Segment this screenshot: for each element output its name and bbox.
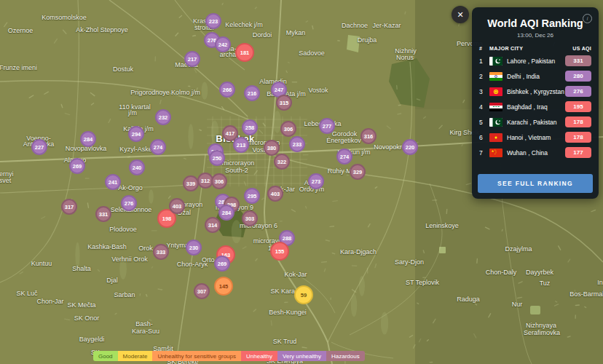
ranking-row[interactable]: 2Delhi , India280 xyxy=(479,68,591,84)
aqi-value-badge: 280 xyxy=(565,71,591,82)
aqi-value-badge: 276 xyxy=(565,86,591,97)
aqi-marker[interactable]: 227 xyxy=(31,139,47,155)
aqi-marker[interactable]: 322 xyxy=(274,154,290,170)
world-aqi-ranking-panel: i World AQI Ranking 13:00, Dec 26 # MAJO… xyxy=(472,7,599,199)
ranking-row[interactable]: 7Wuhan , China177 xyxy=(479,145,591,160)
aqi-marker[interactable]: 155 xyxy=(270,242,289,261)
close-icon: ✕ xyxy=(457,10,463,20)
aqi-marker[interactable]: 232 xyxy=(155,109,171,125)
column-us-aqi: US AQI xyxy=(564,46,591,51)
ranking-row[interactable]: 3Bishkek , Kyrgyzstan276 xyxy=(479,84,591,99)
rank-number: 6 xyxy=(479,134,489,141)
column-rank: # xyxy=(479,46,489,51)
country-flag-icon xyxy=(489,103,502,111)
aqi-marker[interactable]: 306 xyxy=(211,173,227,189)
aqi-marker[interactable]: 294 xyxy=(128,126,144,142)
aqi-value-badge: 177 xyxy=(565,147,591,158)
aqi-marker[interactable]: 306 xyxy=(280,121,296,137)
aqi-marker[interactable]: 331 xyxy=(95,206,111,222)
aqi-marker[interactable]: 380 xyxy=(264,140,280,156)
city-name: Delhi , India xyxy=(507,73,565,80)
panel-title: World AQI Ranking xyxy=(472,7,599,29)
aqi-marker[interactable]: 317 xyxy=(61,199,77,215)
aqi-marker[interactable]: 329 xyxy=(350,164,366,180)
ranking-row[interactable]: 1Lahore , Pakistan331 xyxy=(479,53,591,68)
rank-number: 1 xyxy=(479,58,489,65)
aqi-marker[interactable]: 284 xyxy=(80,131,96,147)
legend-item-good: Good xyxy=(93,351,118,361)
legend-item-mod: Moderate xyxy=(118,351,153,361)
aqi-legend: GoodModerateUnhealthy for sensitive grou… xyxy=(93,351,365,361)
aqi-marker[interactable]: 276 xyxy=(121,195,137,211)
city-name: Bishkek , Kyrgyzstan xyxy=(507,88,565,95)
aqi-marker[interactable]: 266 xyxy=(219,82,235,98)
info-icon[interactable]: i xyxy=(583,14,592,23)
ranking-row[interactable]: 6Hanoi , Vietnam178 xyxy=(479,130,591,145)
country-flag-icon xyxy=(489,57,502,66)
aqi-marker[interactable]: 315 xyxy=(276,95,292,111)
column-major-city: MAJOR CITY xyxy=(489,46,564,51)
close-panel-button[interactable]: ✕ xyxy=(452,6,469,23)
aqi-marker[interactable]: 403 xyxy=(267,186,283,202)
aqi-marker[interactable]: 403 xyxy=(169,198,185,214)
aqi-value-badge: 178 xyxy=(565,132,591,143)
see-full-ranking-button[interactable]: SEE FULL RANKING xyxy=(478,174,593,193)
ranking-table-header: # MAJOR CITY US AQI xyxy=(472,46,599,51)
aqi-marker[interactable]: 303 xyxy=(242,210,258,226)
aqi-marker[interactable]: 307 xyxy=(194,283,210,299)
aqi-marker[interactable]: 269 xyxy=(214,256,230,272)
city-name: Baghdad , Iraq xyxy=(507,103,565,111)
rank-number: 4 xyxy=(479,103,489,111)
aqi-marker[interactable]: 250 xyxy=(209,150,225,166)
aqi-marker[interactable]: 339 xyxy=(183,175,199,191)
aqi-marker[interactable]: 242 xyxy=(215,36,231,52)
aqi-marker[interactable]: 258 xyxy=(242,119,258,135)
legend-item-u: Unhealthy xyxy=(241,351,277,361)
aqi-marker[interactable]: 314 xyxy=(205,217,221,233)
aqi-marker[interactable]: 284 xyxy=(218,205,234,221)
aqi-marker[interactable]: 59 xyxy=(294,285,313,304)
country-flag-icon xyxy=(489,87,502,96)
ranking-rows: 1Lahore , Pakistan3312Delhi , India2803B… xyxy=(472,51,599,160)
city-name: Hanoi , Vietnam xyxy=(507,134,565,141)
aqi-marker[interactable]: 277 xyxy=(319,118,335,134)
aqi-marker[interactable]: 240 xyxy=(129,159,145,175)
city-name: Karachi , Pakistan xyxy=(507,119,565,126)
aqi-marker[interactable]: 145 xyxy=(214,277,233,296)
aqi-marker[interactable]: 213 xyxy=(233,137,249,153)
rank-number: 2 xyxy=(479,73,489,80)
aqi-map-app: Bishkek KomsomolskoeOzernoeAk-Zhol Stepn… xyxy=(0,0,603,364)
aqi-marker[interactable]: 181 xyxy=(235,43,254,62)
aqi-value-badge: 331 xyxy=(565,55,591,66)
aqi-marker[interactable]: 233 xyxy=(289,136,305,152)
aqi-marker[interactable]: 230 xyxy=(186,240,202,256)
aqi-marker[interactable]: 217 xyxy=(184,51,200,67)
aqi-marker[interactable]: 295 xyxy=(244,188,260,204)
aqi-marker[interactable]: 273 xyxy=(308,173,324,189)
aqi-marker[interactable]: 274 xyxy=(336,149,352,165)
ranking-row[interactable]: 4Baghdad , Iraq195 xyxy=(479,99,591,114)
country-flag-icon xyxy=(489,118,502,127)
aqi-marker[interactable]: 223 xyxy=(205,13,221,29)
rank-number: 3 xyxy=(479,88,489,95)
aqi-marker[interactable]: 316 xyxy=(360,128,377,144)
country-flag-icon xyxy=(489,72,502,81)
aqi-marker[interactable]: 241 xyxy=(105,174,121,190)
aqi-marker[interactable]: 216 xyxy=(244,85,260,101)
ranking-row[interactable]: 5Karachi , Pakistan178 xyxy=(479,114,591,130)
legend-item-h: Hazardous xyxy=(326,351,365,361)
legend-item-usg: Unhealthy for sensitive groups xyxy=(152,351,241,361)
aqi-value-badge: 195 xyxy=(565,101,591,112)
aqi-marker[interactable]: 274 xyxy=(150,139,166,155)
rank-number: 7 xyxy=(479,149,489,157)
city-name: Lahore , Pakistan xyxy=(507,58,565,65)
country-flag-icon xyxy=(489,133,502,142)
aqi-marker[interactable]: 220 xyxy=(402,139,418,155)
aqi-value-badge: 178 xyxy=(565,116,591,127)
panel-timestamp: 13:00, Dec 26 xyxy=(472,32,599,39)
rank-number: 5 xyxy=(479,119,489,126)
legend-item-vu: Very unhealthy xyxy=(277,351,326,361)
aqi-marker[interactable]: 269 xyxy=(69,158,85,174)
aqi-marker[interactable]: 333 xyxy=(153,244,169,260)
city-name: Wuhan , China xyxy=(507,149,565,157)
